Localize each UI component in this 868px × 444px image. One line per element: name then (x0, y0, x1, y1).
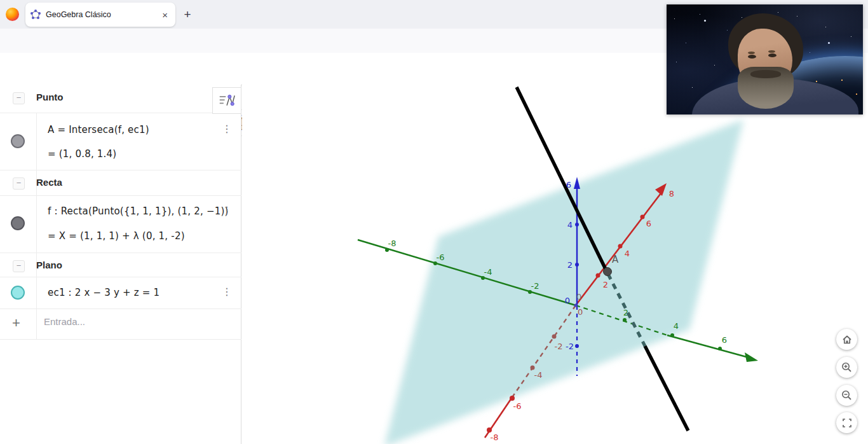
add-input-icon[interactable]: + (12, 315, 20, 331)
x-axis-label: -2 (555, 342, 563, 351)
y-axis-label: 0 (576, 292, 581, 302)
y-axis-label: -8 (388, 239, 397, 248)
row-menu-f[interactable]: ⋮ (222, 204, 232, 216)
entrada-input[interactable] (43, 316, 229, 328)
section-header-plano: − Plano (0, 253, 241, 278)
presenter-eye (748, 55, 756, 59)
algebra-row-ec1[interactable]: ec1 : 2 x − 3 y + z = 1 ⋮ (0, 277, 241, 309)
section-header-punto: − Punto (0, 85, 241, 110)
row-menu-ec1[interactable]: ⋮ (222, 286, 232, 298)
z-axis-label: 6 (566, 180, 571, 190)
visibility-toggle-A[interactable] (11, 134, 25, 148)
browser-tab[interactable]: GeoGebra Clásico × (25, 3, 175, 27)
value-f: = X = (1, 1, 1) + λ (0, 1, -2) (48, 230, 185, 242)
section-title: Punto (36, 92, 64, 102)
zoom-in-button[interactable] (836, 357, 857, 378)
x-axis-label: 6 (646, 219, 651, 228)
z-axis-label: -2 (566, 342, 574, 351)
x-axis-label: -6 (513, 401, 522, 411)
visibility-toggle-f[interactable] (11, 216, 25, 230)
y-axis-label: -2 (531, 281, 539, 291)
graphics-3d-canvas[interactable]: A -8 -6 -4 -2 2 4 6 2 4 6 8 -6 -8 -2 -4 … (242, 85, 868, 444)
z-axis-label: 4 (567, 220, 573, 230)
home-view-button[interactable] (836, 329, 857, 350)
algebra-panel: − Punto A = Interseca(f, ec1) = (1, 0.8,… (0, 85, 241, 444)
y-axis-label: -6 (437, 253, 445, 262)
row-menu-A[interactable]: ⋮ (222, 123, 232, 135)
z-axis-label: 2 (567, 260, 573, 270)
algebra-row-f[interactable]: f : Recta(Punto({1, 1, 1}), (1, 2, −1)) … (0, 195, 241, 253)
y-axis-label: 4 (674, 321, 679, 331)
graphics-3d-view[interactable]: A -8 -6 -4 -2 2 4 6 2 4 6 8 -6 -8 -2 -4 … (242, 85, 868, 444)
city-lights (667, 4, 668, 6)
algebra-settings-icon (217, 92, 236, 109)
x-axis-label: 0 (578, 307, 583, 317)
x-axis-label: 4 (625, 249, 630, 258)
visibility-toggle-ec1[interactable] (11, 286, 25, 300)
point-A-label: A (612, 254, 619, 265)
collapse-punto-button[interactable]: − (13, 92, 25, 104)
new-tab-button[interactable]: + (179, 6, 196, 23)
x-axis-label: 2 (603, 280, 608, 289)
definition-f: f : Recta(Punto({1, 1, 1}), (1, 2, −1)) (48, 205, 229, 217)
home-icon (842, 335, 852, 345)
fullscreen-button[interactable] (836, 412, 857, 433)
value-A: = (1, 0.8, 1.4) (48, 148, 116, 160)
fullscreen-icon (842, 418, 852, 428)
zoom-out-icon (841, 390, 852, 401)
definition-A: A = Interseca(f, ec1) (48, 124, 149, 135)
section-header-recta: − Recta (0, 170, 241, 195)
x-axis-label: -8 (491, 433, 499, 442)
tab-title: GeoGebra Clásico (46, 10, 159, 19)
collapse-plano-button[interactable]: − (13, 260, 25, 272)
section-title: Recta (36, 177, 62, 188)
point-A[interactable] (604, 268, 612, 276)
y-axis-label: -4 (484, 267, 492, 277)
presenter-eye (768, 53, 776, 57)
collapse-recta-button[interactable]: − (13, 177, 25, 190)
definition-ec1: ec1 : 2 x − 3 y + z = 1 (48, 287, 159, 298)
presenter-mustache (750, 70, 781, 78)
algebra-input-row[interactable]: + (0, 309, 241, 339)
z-axis-label: 0 (565, 296, 570, 305)
geogebra-favicon-icon (31, 10, 41, 20)
zoom-out-button[interactable] (836, 385, 857, 406)
y-axis-label: 6 (722, 335, 727, 345)
x-axis-label: 8 (669, 189, 674, 198)
plane-ec1[interactable] (384, 120, 743, 444)
zoom-in-icon (841, 362, 852, 373)
y-axis-label: 2 (623, 308, 628, 317)
x-axis-label: -4 (534, 370, 543, 380)
algebra-row-A[interactable]: A = Interseca(f, ec1) = (1, 0.8, 1.4) ⋮ (0, 113, 241, 170)
algebra-style-button[interactable] (212, 87, 241, 114)
webcam-overlay (667, 4, 863, 114)
tab-close-icon[interactable]: × (159, 10, 170, 20)
firefox-logo-icon[interactable] (6, 8, 19, 21)
section-title: Plano (36, 260, 62, 270)
